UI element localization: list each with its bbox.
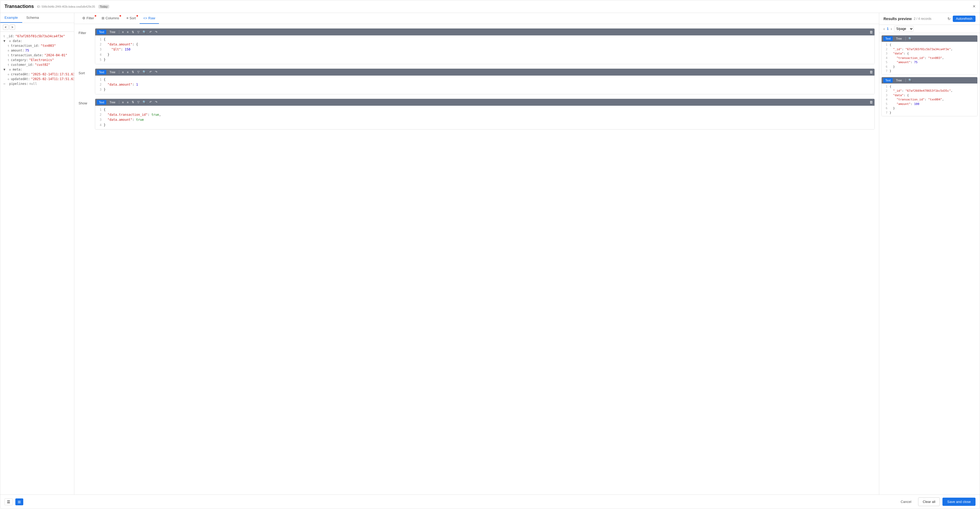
sort-icon[interactable]: ⇅ <box>130 30 135 34</box>
results-list: Text Tree 🔍 1{ 2 "_id": "67af265f01c5b73… <box>879 33 980 495</box>
grid-view-button[interactable]: ⊞ <box>15 498 23 505</box>
tab-columns[interactable]: ⊞ Columns <box>98 13 123 24</box>
next-document-button[interactable]: > <box>10 25 15 30</box>
result-card-2: Text Tree 🔍 1{ 2 "_id": "67af2669e478653… <box>881 77 978 117</box>
sort-align-left-icon[interactable]: ≡ <box>121 70 124 74</box>
show-align-left-icon[interactable]: ≡ <box>121 100 124 105</box>
align-left-icon[interactable]: ≡ <box>121 30 124 34</box>
show-editor-body[interactable]: 1{ 2 "data.transaction_id": true, 3 "dat… <box>95 106 875 129</box>
sort-editor: Text Tree ≡ ≡ ⇅ ▽ 🔍 ↶ ↷ 🗑 <box>95 68 875 94</box>
align-right-icon[interactable]: ≡ <box>126 30 130 34</box>
show-undo-icon[interactable]: ↶ <box>148 100 153 105</box>
filter-tree-tab[interactable]: Tree <box>107 30 118 34</box>
filter-dot <box>95 15 96 17</box>
show-label: Show <box>78 98 92 105</box>
result-2-tree-tab[interactable]: Tree <box>894 78 904 83</box>
type-badge-id: t <box>3 35 5 38</box>
show-sort-icon[interactable]: ⇅ <box>130 100 135 105</box>
modal-footer: ☰ ⊞ Cancel Clear all Save and close <box>0 495 980 509</box>
sort-editor-body[interactable]: 1{ 2 "data.amount": 1 3} <box>95 76 875 94</box>
sort-redo-icon[interactable]: ↷ <box>154 70 158 74</box>
sort-align-right-icon[interactable]: ≡ <box>126 70 130 74</box>
autorefresh-button[interactable]: Autorefresh <box>953 16 975 22</box>
sort-toolbar: Text Tree ≡ ≡ ⇅ ▽ 🔍 ↶ ↷ 🗑 <box>95 69 875 76</box>
sort-section: Sort Text Tree ≡ ≡ ⇅ ▽ 🔍 ↶ ↷ <box>78 68 875 94</box>
delete-sort-button[interactable]: 🗑 <box>869 70 873 74</box>
result-card-1: Text Tree 🔍 1{ 2 "_id": "67af265f01c5b73… <box>881 35 978 75</box>
prev-document-button[interactable]: < <box>3 25 8 30</box>
filter-editor: Text Tree ≡ ≡ ⇅ ▽ 🔍 ↶ ↷ 🗑 <box>95 28 875 64</box>
tab-example[interactable]: Example <box>0 13 22 23</box>
redo-icon[interactable]: ↷ <box>154 30 158 34</box>
query-tab-bar: ⚙ Filter ⊞ Columns ≡ Sort <> Raw <box>74 13 879 24</box>
sort-undo-icon[interactable]: ↶ <box>148 70 153 74</box>
document-id: ID: 598c9d4b-2f49-4f2b-bdea-cea5db429c35 <box>37 5 95 8</box>
cancel-button[interactable]: Cancel <box>896 498 915 506</box>
refresh-button[interactable]: ↻ <box>948 17 951 21</box>
result-1-search-icon[interactable]: 🔍 <box>907 36 913 41</box>
next-page-button[interactable]: › <box>891 27 892 31</box>
results-pagination: ‹ 1 › 5/page 10/page 25/page <box>879 25 980 33</box>
undo-icon[interactable]: ↶ <box>148 30 153 34</box>
result-2-body: 1{ 2 "_id": "67af2669e478653f1bc5d35c", … <box>881 84 977 116</box>
filter-text-tab[interactable]: Text <box>97 30 106 34</box>
per-page-select[interactable]: 5/page 10/page 25/page <box>894 26 914 32</box>
filter-toolbar: Text Tree ≡ ≡ ⇅ ▽ 🔍 ↶ ↷ 🗑 <box>95 29 875 35</box>
tab-schema[interactable]: Schema <box>22 13 43 23</box>
result-1-tree-tab[interactable]: Tree <box>894 36 904 41</box>
tab-filter[interactable]: ⚙ Filter <box>78 13 98 24</box>
list-view-button[interactable]: ☰ <box>5 498 13 505</box>
save-close-button[interactable]: Save and close <box>942 498 975 506</box>
sort-label: Sort <box>78 68 92 75</box>
show-align-right-icon[interactable]: ≡ <box>126 100 130 105</box>
sort-text-tab[interactable]: Text <box>97 70 106 75</box>
result-1-toolbar: Text Tree 🔍 <box>881 35 977 42</box>
delete-show-button[interactable]: 🗑 <box>869 100 873 104</box>
result-2-toolbar: Text Tree 🔍 <box>881 77 977 84</box>
results-count: 2 / 4 records <box>914 17 932 21</box>
search-icon[interactable]: 🔍 <box>142 30 147 34</box>
sort-dot <box>137 15 138 17</box>
sort-search-icon[interactable]: 🔍 <box>142 70 147 74</box>
results-header: Results preview 2 / 4 records ↻ Autorefr… <box>879 13 980 25</box>
show-filter-icon[interactable]: ▽ <box>136 100 140 105</box>
show-editor: Text Tree ≡ ≡ ⇅ ▽ 🔍 ↶ ↷ 🗑 <box>95 98 875 130</box>
document-navigation: < > <box>0 23 74 32</box>
result-2-search-icon[interactable]: 🔍 <box>907 78 913 82</box>
current-page: 1 <box>887 27 889 31</box>
show-tree-tab[interactable]: Tree <box>107 100 118 105</box>
close-button[interactable]: × <box>973 4 975 9</box>
document-tree: t _id: "67af265f01c5b73a34ca4f3e" ▼ ⊞ da… <box>0 32 74 495</box>
query-sections: Filter Text Tree ≡ ≡ ⇅ ▽ 🔍 ↶ ↷ <box>74 24 879 495</box>
show-toolbar: Text Tree ≡ ≡ ⇅ ▽ 🔍 ↶ ↷ 🗑 <box>95 99 875 106</box>
filter-section: Filter Text Tree ≡ ≡ ⇅ ▽ 🔍 ↶ ↷ <box>78 28 875 64</box>
clear-all-button[interactable]: Clear all <box>918 497 940 506</box>
page-title: Transactions <box>5 4 34 9</box>
filter-icon[interactable]: ▽ <box>136 30 140 34</box>
filter-editor-body[interactable]: 1{ 2 "data.amount": { 3 "$lt": 150 4 } 5… <box>95 35 875 64</box>
show-search-icon[interactable]: 🔍 <box>142 100 147 105</box>
result-1-body: 1{ 2 "_id": "67af265f01c5b73a34ca4f3e", … <box>881 42 977 75</box>
sort-filter-icon[interactable]: ▽ <box>136 70 140 74</box>
show-section: Show Text Tree ≡ ≡ ⇅ ▽ 🔍 ↶ ↷ <box>78 98 875 130</box>
filter-label: Filter <box>78 28 92 35</box>
columns-dot <box>119 15 121 17</box>
result-1-text-tab[interactable]: Text <box>883 36 893 41</box>
date-badge: Today <box>99 5 109 8</box>
prev-page-button[interactable]: ‹ <box>883 27 885 31</box>
sort-tree-tab[interactable]: Tree <box>107 70 118 75</box>
tab-raw[interactable]: <> Raw <box>140 13 159 24</box>
show-text-tab[interactable]: Text <box>97 100 106 105</box>
tab-sort[interactable]: ≡ Sort <box>123 13 139 24</box>
left-tab-bar: Example Schema <box>0 13 74 23</box>
sort-sort-icon[interactable]: ⇅ <box>130 70 135 74</box>
show-redo-icon[interactable]: ↷ <box>154 100 158 105</box>
results-title: Results preview <box>883 17 912 21</box>
delete-filter-button[interactable]: 🗑 <box>869 30 873 34</box>
result-2-text-tab[interactable]: Text <box>883 78 893 83</box>
